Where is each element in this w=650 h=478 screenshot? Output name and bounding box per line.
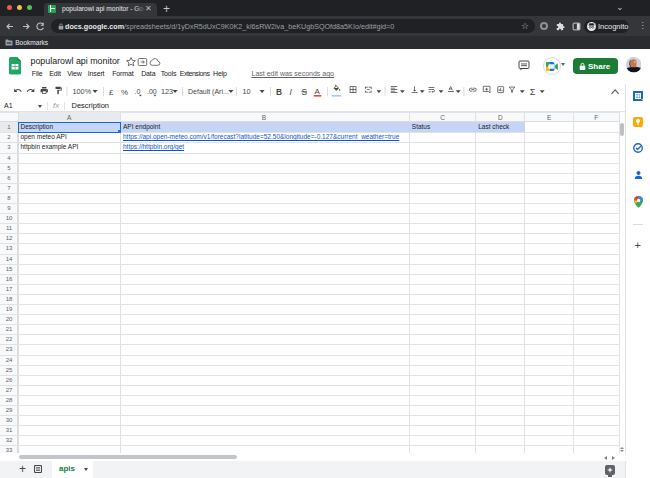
svg-text:%: %	[121, 88, 128, 97]
svg-text:31: 31	[635, 93, 641, 98]
svg-text:B: B	[276, 87, 282, 97]
svg-text:10: 10	[243, 87, 251, 96]
svg-text:A: A	[315, 87, 321, 96]
svg-text:Σ: Σ	[530, 87, 536, 97]
svg-text:Default (Ari...: Default (Ari...	[188, 88, 229, 96]
svg-text:100%: 100%	[73, 87, 92, 96]
svg-text:S: S	[302, 87, 308, 97]
svg-text:.00: .00	[147, 88, 157, 95]
svg-text:£: £	[109, 88, 114, 97]
svg-text:I: I	[290, 87, 293, 97]
svg-text:123: 123	[161, 87, 173, 96]
svg-text:.0: .0	[135, 88, 141, 95]
